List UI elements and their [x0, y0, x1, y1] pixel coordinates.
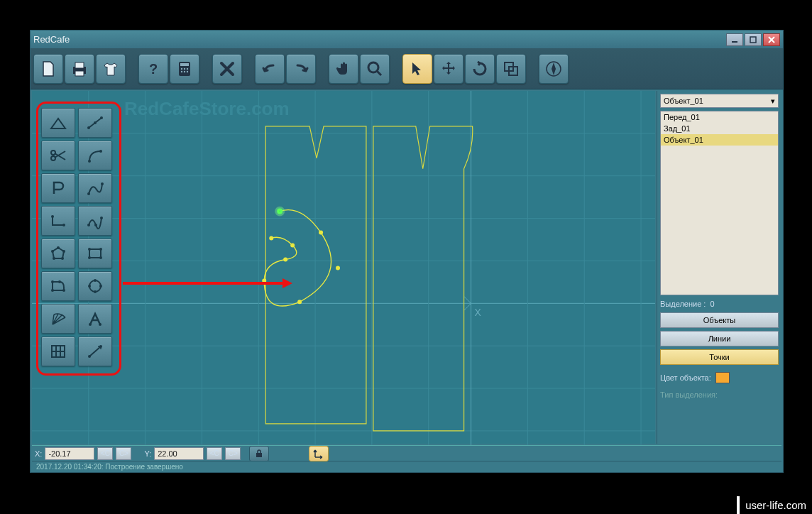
x-center-right[interactable]: C>	[116, 447, 131, 460]
undo-button[interactable]	[255, 54, 285, 84]
grid: X	[32, 91, 655, 445]
svg-rect-4	[75, 71, 84, 76]
svg-point-55	[87, 192, 90, 195]
svg-text:?: ?	[149, 61, 158, 77]
fan-tool[interactable]	[41, 304, 75, 334]
svg-point-43	[262, 278, 266, 283]
scale-button[interactable]	[496, 54, 526, 84]
lock-button[interactable]	[249, 446, 269, 461]
svg-point-88	[88, 355, 91, 358]
svg-point-74	[62, 289, 65, 292]
titlebar: RedCafe	[31, 31, 783, 48]
svg-point-40	[319, 231, 323, 235]
objects-tab[interactable]: Объекты	[660, 312, 779, 328]
svg-point-9	[184, 67, 185, 69]
minimize-button[interactable]	[726, 33, 743, 46]
object-list[interactable]: Перед_01 Зад_01 Объект_01	[660, 111, 779, 295]
svg-point-8	[181, 67, 182, 69]
rotate-button[interactable]	[465, 54, 495, 84]
color-swatch[interactable]	[715, 372, 730, 383]
svg-point-54	[99, 150, 102, 153]
zoom-button[interactable]	[360, 54, 390, 84]
x-center-left[interactable]: <C	[97, 447, 113, 460]
grid-tool[interactable]	[41, 337, 75, 366]
y-field[interactable]: 22.00	[154, 447, 204, 460]
shape-tool[interactable]	[41, 271, 75, 301]
svg-rect-67	[89, 249, 101, 258]
corner-tool[interactable]	[41, 206, 75, 236]
svg-point-45	[290, 244, 295, 248]
pattern-front	[265, 126, 366, 424]
curve-tool[interactable]	[78, 173, 112, 203]
print-button[interactable]	[65, 54, 94, 84]
canvas-area[interactable]: RedCafeStore.com X	[32, 91, 655, 444]
drawing-canvas[interactable]: X	[32, 91, 655, 445]
lines-tab[interactable]: Линии	[660, 331, 779, 346]
svg-point-64	[61, 257, 64, 260]
pan-button[interactable]	[329, 54, 358, 84]
maximize-button[interactable]	[745, 33, 762, 46]
svg-point-79	[94, 290, 97, 293]
drawn-curve[interactable]	[262, 209, 340, 306]
statusbar: X: -20.17 <C C> Y: 22.00 <C C> 2017.12.2…	[32, 445, 781, 471]
svg-point-80	[88, 285, 91, 288]
svg-point-53	[88, 160, 91, 163]
svg-rect-1	[750, 37, 756, 43]
list-item[interactable]: Объект_01	[661, 134, 778, 146]
svg-text:X: X	[475, 307, 482, 318]
arc-tool[interactable]	[78, 141, 112, 170]
calculator-button[interactable]	[170, 54, 199, 84]
compass-button[interactable]	[539, 54, 569, 84]
redo-button[interactable]	[286, 54, 316, 84]
svg-point-68	[88, 248, 91, 251]
svg-point-14	[368, 62, 378, 72]
color-label: Цвет объекта:	[660, 373, 711, 382]
help-button[interactable]: ?	[138, 54, 168, 84]
svg-point-13	[187, 70, 188, 72]
svg-point-63	[62, 250, 65, 253]
svg-point-76	[89, 280, 101, 292]
tool-palette	[36, 102, 121, 376]
svg-point-41	[336, 266, 340, 270]
p-tool[interactable]	[41, 173, 75, 203]
y-center-left[interactable]: <C	[207, 447, 222, 460]
svg-point-10	[187, 67, 188, 69]
svg-point-12	[184, 70, 185, 72]
rectangle-tool[interactable]	[78, 239, 112, 268]
triangle-tool[interactable]	[41, 108, 75, 138]
list-item[interactable]: Перед_01	[661, 111, 778, 123]
object-dropdown[interactable]: Объект_01 ▾	[660, 94, 779, 108]
app-window: RedCafe ? Сброс RedCafeStore.com	[30, 30, 784, 473]
svg-point-48	[87, 126, 90, 129]
new-file-button[interactable]	[33, 54, 63, 84]
scissors-tool[interactable]	[41, 141, 75, 170]
x-field[interactable]: -20.17	[45, 447, 94, 460]
y-label: Y:	[144, 449, 151, 458]
svg-point-77	[94, 279, 97, 282]
shirt-button[interactable]	[96, 54, 126, 84]
svg-point-73	[58, 280, 61, 283]
svg-line-15	[377, 71, 381, 75]
svg-point-60	[94, 224, 97, 226]
points-tab[interactable]: Точки	[660, 349, 779, 365]
cursor-button[interactable]	[402, 54, 432, 84]
svg-point-72	[51, 280, 54, 283]
diagonal-tool[interactable]	[78, 337, 112, 366]
delete-button[interactable]	[212, 54, 242, 84]
svg-point-62	[57, 246, 60, 249]
svg-rect-91	[256, 453, 262, 457]
axis-button[interactable]	[309, 446, 329, 461]
svg-point-82	[99, 323, 102, 326]
text-tool[interactable]	[78, 304, 112, 334]
list-item[interactable]: Зад_01	[661, 123, 778, 134]
move-button[interactable]	[434, 54, 463, 84]
svg-point-39	[277, 209, 282, 214]
dropdown-value: Объект_01	[664, 97, 703, 105]
circle-tool[interactable]	[78, 271, 112, 301]
line-points-tool[interactable]	[78, 108, 112, 138]
y-center-right[interactable]: C>	[225, 447, 241, 460]
close-button[interactable]	[763, 33, 780, 46]
svg-point-69	[99, 248, 102, 251]
spline-tool[interactable]	[78, 206, 112, 236]
polygon-tool[interactable]	[41, 239, 75, 268]
